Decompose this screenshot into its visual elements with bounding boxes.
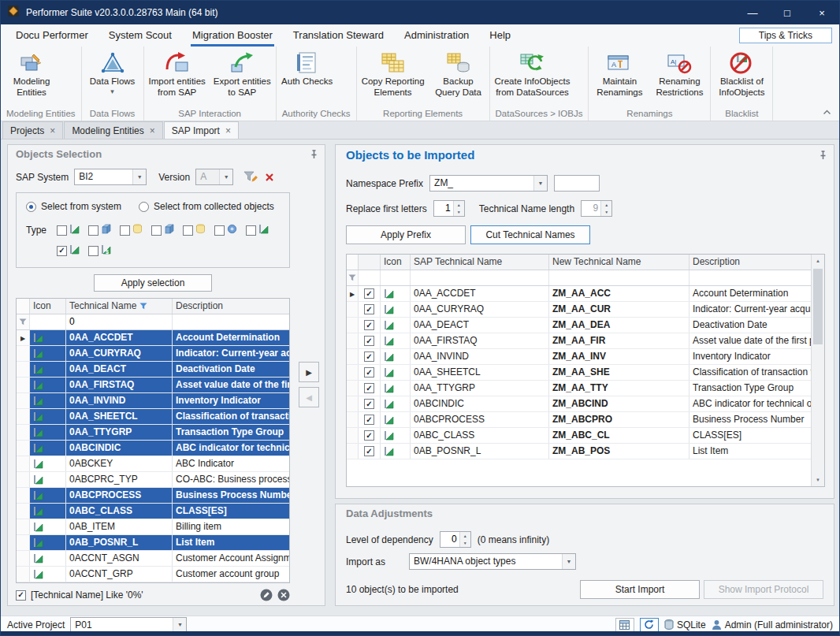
cut-technical-names-button[interactable]: Cut Technical Names (470, 225, 590, 244)
filter-cell-description[interactable] (173, 314, 289, 329)
type-checkbox[interactable] (214, 225, 225, 236)
table-row[interactable]: 0ABCPRC_TYPCO-ABC: Business process t... (17, 472, 289, 488)
column-header-sap-technical-name[interactable]: SAP Technical Name (411, 255, 549, 270)
table-row[interactable]: 0ACCNT_ASGNCustomer Account Assignme... (17, 551, 289, 567)
doc-tab-sap-import[interactable]: SAP Import× (164, 121, 239, 139)
type-checkbox[interactable] (151, 225, 162, 236)
row-checkbox[interactable]: ✓ (364, 320, 374, 330)
table-row[interactable]: 0AA_INVINDInventory Indicator (17, 393, 289, 409)
namespace-suffix-input[interactable] (554, 175, 600, 192)
edit-filter-expression-icon[interactable] (260, 589, 273, 601)
scroll-up-icon[interactable]: ▲ (812, 255, 824, 267)
table-row[interactable]: 0AA_TTYGRPTransaction Type Group (17, 425, 289, 441)
import-row[interactable]: ✓0AA_FIRSTAQZM_AA_FIRAsset value date of… (347, 333, 811, 349)
minimize-button[interactable]: — (735, 1, 770, 24)
doc-tab-projects[interactable]: Projects× (2, 121, 63, 139)
auto-filter-row[interactable]: 0 (17, 314, 289, 330)
ribbon-collapse-icon[interactable] (823, 104, 831, 118)
import-row[interactable]: ✓0AA_INVINDZM_AA_INVInventory Indicator (347, 349, 811, 365)
row-checkbox[interactable]: ✓ (364, 399, 374, 409)
menu-tab-system-scout[interactable]: System Scout (98, 24, 182, 46)
import-row[interactable]: ✓0AB_POSNR_LZM_AB_POSList Item (347, 444, 811, 459)
close-icon[interactable]: × (225, 126, 231, 136)
user-status[interactable]: Admin (Full administrator) (712, 619, 833, 630)
filter-cell-technical-name[interactable]: 0 (66, 314, 173, 329)
pin-icon[interactable] (819, 151, 827, 160)
row-checkbox[interactable]: ✓ (364, 367, 374, 378)
sap-system-combo[interactable]: BI2 ▼ (74, 169, 147, 185)
ribbon-button-auth-checks[interactable]: Auth Checks (277, 47, 337, 107)
table-row[interactable]: 0ABCPROCESSBusiness Process Number (17, 488, 289, 504)
start-import-button[interactable]: Start Import (580, 580, 700, 599)
move-left-button[interactable]: ◀ (299, 387, 319, 407)
apply-prefix-button[interactable]: Apply Prefix (346, 225, 466, 244)
refresh-button[interactable] (640, 618, 659, 632)
row-checkbox[interactable]: ✓ (364, 415, 374, 425)
table-row[interactable]: 0ABC_CLASSCLASS[ES] (17, 504, 289, 519)
table-row[interactable]: 0AB_POSNR_LList Item (17, 535, 289, 551)
doc-tab-modeling-entities[interactable]: Modeling Entities× (64, 121, 162, 139)
combo-dropdown-icon[interactable]: ▼ (132, 169, 146, 184)
filter-cell-icon[interactable] (381, 270, 411, 285)
table-row[interactable]: 0AA_SHEETCLClassification of transaction… (17, 409, 289, 425)
menu-tab-administration[interactable]: Administration (394, 24, 479, 46)
filter-cell-new-name[interactable] (549, 270, 689, 285)
select-from-system-radio[interactable] (26, 202, 36, 212)
column-header-technical-name[interactable]: Technical Name (66, 299, 173, 314)
import-row[interactable]: ✓0ABCPROCESSZM_ABCPROBusiness Process Nu… (347, 412, 811, 428)
type-checkbox[interactable]: ✓ (57, 246, 67, 256)
move-right-button[interactable]: ▶ (299, 362, 319, 382)
namespace-prefix-combo[interactable]: ZM_ ▼ (429, 175, 548, 192)
column-header-new-technical-name[interactable]: New Technical Name (549, 255, 689, 270)
edit-filter-icon[interactable] (243, 171, 258, 184)
ribbon-button-modeling-entities[interactable]: Modeling Entities (2, 47, 61, 107)
type-checkbox[interactable] (57, 225, 67, 236)
column-header-icon[interactable]: Icon (381, 255, 411, 270)
combo-dropdown-icon[interactable]: ▼ (533, 176, 547, 191)
clear-filter-icon[interactable] (264, 172, 275, 183)
spin-down-icon[interactable]: ▼ (454, 209, 464, 217)
column-filter-funnel-icon[interactable] (139, 303, 147, 310)
replace-first-letters-stepper[interactable]: 1 ▲▼ (433, 200, 465, 217)
scroll-down-icon[interactable]: ▼ (812, 474, 824, 486)
close-icon[interactable]: × (50, 126, 55, 136)
type-checkbox[interactable] (120, 225, 130, 236)
close-filter-icon[interactable] (277, 589, 290, 601)
type-checkbox[interactable] (183, 225, 193, 236)
ribbon-button-maintain-renamings[interactable]: AMaintain Renamings (589, 47, 649, 107)
ribbon-button-data-flows[interactable]: Data Flows▾ (83, 47, 143, 107)
type-checkbox[interactable] (246, 225, 256, 236)
menu-tab-docu-performer[interactable]: Docu Performer (6, 24, 98, 46)
import-row[interactable]: ✓0ABC_CLASSZM_ABC_CLCLASS[ES] (347, 428, 811, 444)
type-checkbox[interactable] (88, 246, 98, 256)
ribbon-button-renaming-restrictions[interactable]: A|Renaming Restrictions (649, 47, 709, 107)
ribbon-button-blacklist-of-infoobjects[interactable]: Blacklist of InfoObjects (712, 47, 771, 107)
row-checkbox[interactable]: ✓ (364, 304, 374, 314)
filter-cell-description[interactable] (689, 270, 811, 285)
row-checkbox[interactable]: ✓ (364, 383, 374, 393)
ribbon-button-copy-reporting-elements[interactable]: Copy Reporting Elements (358, 47, 429, 107)
menu-tab-migration-booster[interactable]: Migration Booster (182, 24, 283, 46)
import-row[interactable]: ✓0AA_CURYRAQZM_AA_CURIndicator: Current-… (347, 302, 811, 318)
ribbon-button-backup-query-data[interactable]: Backup Query Data (429, 47, 489, 107)
row-checkbox[interactable]: ✓ (364, 430, 374, 441)
column-header-description[interactable]: Description (173, 299, 289, 314)
pin-icon[interactable] (310, 150, 318, 159)
import-row[interactable]: ▶✓0AA_ACCDETZM_AA_ACCAccount Determinati… (347, 286, 811, 302)
checkbox-column-header[interactable] (359, 255, 381, 270)
active-project-combo[interactable]: P01 ▼ (70, 617, 187, 633)
spin-down-icon[interactable]: ▼ (460, 540, 470, 548)
filter-enabled-checkbox[interactable]: ✓ (16, 590, 26, 601)
spin-up-icon[interactable]: ▲ (454, 201, 464, 209)
maximize-button[interactable]: □ (770, 1, 805, 24)
import-row[interactable]: ✓0ABCINDICZM_ABCINDABC indicator for tec… (347, 396, 811, 412)
table-row[interactable]: 0ABCINDICABC indicator for technical o..… (17, 441, 289, 456)
auto-filter-row[interactable] (347, 270, 811, 286)
column-header-description[interactable]: Description (689, 255, 811, 270)
spin-up-icon[interactable]: ▲ (460, 532, 470, 540)
table-row[interactable]: 0AA_FIRSTAQAsset value date of the first… (17, 378, 289, 393)
table-row[interactable]: 0ACCNT_GRPCustomer account group (17, 567, 289, 582)
type-checkbox[interactable] (88, 225, 98, 236)
close-icon[interactable]: × (150, 126, 155, 136)
table-row[interactable]: ▶0AA_ACCDETAccount Determination (17, 330, 289, 346)
